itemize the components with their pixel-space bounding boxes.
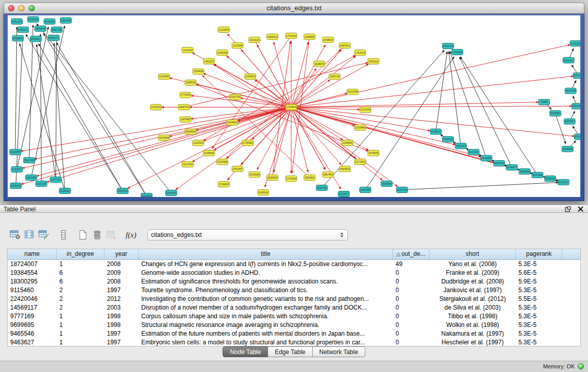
network-node[interactable]: 3278945 [368,150,379,156]
network-node[interactable]: 3733877 [338,191,350,197]
function-builder-icon[interactable]: f(x) [124,228,138,242]
column-header-out-de-[interactable]: △out_de... [393,249,429,259]
network-node[interactable]: 1762234 [355,50,366,55]
network-node[interactable]: 2094903 [185,129,196,135]
network-node[interactable]: 4441544 [468,149,479,155]
network-node[interactable]: 2532728 [229,94,241,100]
network-node[interactable]: 2722877 [11,167,23,172]
column-header-year[interactable]: year [104,249,139,259]
tab-network-table[interactable]: Network Table [312,346,365,357]
network-node[interactable]: 2430612 [245,74,256,79]
network-node[interactable]: 3026100 [36,181,47,187]
network-node[interactable]: 9354456 [60,17,72,23]
table-row[interactable]: 2242004622012Investigating the contribut… [8,295,580,303]
network-node[interactable]: 1122504 [218,27,229,32]
network-node[interactable]: 1910224 [249,37,260,42]
table-row[interactable]: 969969511998Structural magnetic resonanc… [8,321,580,330]
network-node[interactable]: 4744877 [506,165,517,170]
network-node[interactable]: 2736960 [242,140,253,146]
network-node[interactable]: 1773640 [180,92,191,98]
network-node[interactable]: 1237845 [232,42,243,48]
network-node[interactable]: 3936099 [381,181,393,187]
network-node[interactable]: 1558803 [322,37,334,42]
network-node[interactable]: 1318436 [158,74,169,79]
network-node[interactable]: 1987882 [180,117,191,122]
network-node[interactable]: 9202223 [563,57,574,63]
network-node[interactable]: 3531655 [165,190,177,196]
row-height-icon[interactable] [56,228,71,242]
table-row[interactable]: 1830029562008Estimation of significance … [8,277,580,286]
network-node[interactable]: 2636929 [267,175,278,181]
network-node[interactable]: 4643766 [493,161,505,166]
window-titlebar[interactable]: citations_edges.txt [4,3,584,14]
network-node[interactable]: 2743940 [286,176,297,182]
network-node[interactable]: 1648829 [304,34,315,39]
network-node[interactable]: 9606667 [564,119,575,124]
network-node[interactable]: 4340433 [455,143,466,149]
network-table-selector[interactable]: citations_edges.txt [147,229,348,240]
panel-resize-grip[interactable] [292,202,296,204]
network-node[interactable]: 9505556 [572,103,580,109]
network-node[interactable]: 9051123 [11,18,23,24]
import-table-icon[interactable] [104,228,119,242]
network-node[interactable]: 2328596 [342,140,353,146]
network-node[interactable]: 9253345 [44,18,55,24]
tab-node-table[interactable]: Node Table [223,346,268,357]
table-row[interactable]: 1872400712008Changes of HCN gene express… [8,260,580,269]
network-node[interactable]: 9556678 [35,26,46,31]
minimize-window-button[interactable] [18,5,25,11]
network-node[interactable]: 2022248 [347,89,358,95]
network-node[interactable]: 4845988 [519,169,530,174]
close-window-button[interactable] [8,5,14,11]
network-node[interactable]: 2315966 [216,159,228,165]
network-node[interactable]: 9707778 [574,134,580,140]
network-node[interactable]: 9657789 [51,27,62,32]
delete-table-icon[interactable] [90,228,104,242]
network-node[interactable]: 9404445 [565,88,576,94]
network-node[interactable]: 9960012 [48,35,59,40]
create-table-icon[interactable] [76,228,90,242]
column-header-short[interactable]: short [429,249,516,259]
network-node[interactable]: 3228322 [59,188,71,194]
network-node[interactable]: 2621766 [24,158,35,163]
network-node[interactable]: 9758890 [12,35,24,41]
network-node[interactable]: 1452287 [203,58,214,64]
network-node[interactable]: 4947099 [532,172,543,178]
network-canvas[interactable]: 1724904185300217622341697541155880316488… [8,15,580,197]
network-node[interactable]: 1216320 [182,47,193,53]
network-node[interactable]: 2226480 [355,125,366,130]
table-row[interactable]: 1938455462009Genome-wide association stu… [8,269,580,277]
column-header-name[interactable]: name [8,249,57,259]
network-node[interactable]: 2101924 [192,140,204,146]
network-node[interactable]: 3329433 [117,188,128,194]
network-node[interactable]: 9455567 [17,27,29,32]
network-node[interactable]: 2839076 [314,61,325,67]
network-node[interactable]: 9303334 [573,73,580,78]
show-columns-icon[interactable] [23,228,37,242]
network-node[interactable]: 9859901 [30,36,41,41]
network-node[interactable]: 3127211 [50,177,61,183]
column-header-pagerank[interactable]: pagerank [516,249,562,259]
network-node[interactable]: 9101112 [570,40,580,46]
network-node[interactable]: 1920132 [329,74,340,79]
table-row[interactable]: 946554611997Estimation of the future num… [8,330,580,338]
memory-indicator-icon[interactable] [578,363,584,369]
column-header-in-degree[interactable]: in_degree [57,249,104,259]
network-node[interactable]: 4138211 [430,129,442,135]
network-node[interactable]: 4542655 [481,156,492,161]
network-node[interactable]: 2957982 [322,172,334,178]
network-node[interactable]: 2634844 [227,120,238,125]
network-node[interactable]: 2520655 [10,149,21,155]
float-panel-icon[interactable] [564,206,571,212]
network-node[interactable]: 1664794 [442,43,453,49]
network-node[interactable]: 1716800 [218,182,229,187]
network-node[interactable]: 1759302 [286,33,297,38]
network-node[interactable]: 5048100 [545,176,556,182]
column-header-title[interactable]: title [139,249,393,259]
network-node[interactable]: 2422987 [232,166,243,172]
network-node[interactable]: 1866413 [267,34,278,39]
network-node[interactable]: 1765805 [451,49,463,55]
network-node[interactable]: 1345066 [216,50,228,55]
network-node[interactable]: 9010001 [550,111,561,116]
network-node[interactable]: 9808889 [562,146,573,152]
